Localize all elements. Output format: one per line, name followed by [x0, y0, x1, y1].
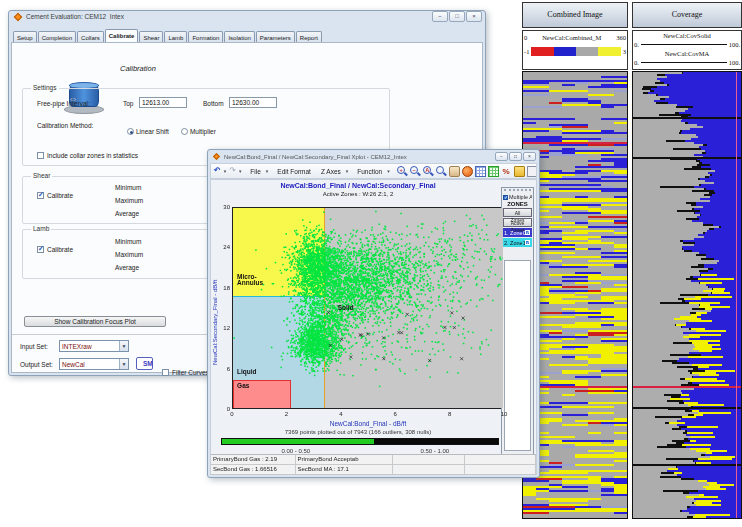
table-icon[interactable] — [488, 166, 499, 177]
undo-dropdown-icon[interactable]: ▼ — [223, 169, 227, 174]
close-button[interactable]: × — [466, 11, 482, 22]
dropdown-arrow-icon[interactable]: ▼ — [119, 359, 128, 369]
radio-circle[interactable] — [181, 128, 188, 135]
track-coverage-header[interactable]: Coverage — [632, 2, 742, 28]
zone-list: 1. Zone02. Zone1 — [502, 228, 533, 247]
pan-hand-icon[interactable] — [449, 166, 460, 177]
show-focus-plot-button[interactable]: Show Calibration Focus Plot — [24, 316, 166, 327]
scale-max: 100. — [729, 59, 740, 66]
coverage-data[interactable] — [632, 71, 742, 519]
y-tick: 18 — [216, 285, 230, 291]
scatter-canvas[interactable] — [233, 208, 504, 409]
close-button[interactable]: × — [523, 152, 536, 161]
tab-report[interactable]: Report — [296, 31, 322, 42]
stat-label: Average — [115, 264, 195, 271]
panel-grip[interactable] — [504, 189, 531, 192]
redo-icon[interactable]: ↷ — [229, 166, 236, 176]
filter-checkbox-box[interactable] — [162, 369, 169, 376]
mail-icon[interactable] — [527, 166, 537, 177]
lamb-calibrate-checkbox[interactable]: Calibrate — [37, 238, 73, 256]
dialog-window-buttons: −□× — [432, 11, 482, 22]
radio-label: Multiplier — [190, 128, 216, 135]
zone-item-checkbox[interactable] — [525, 240, 530, 245]
status-cell — [393, 465, 465, 474]
bottom-input[interactable]: 12630.00 — [229, 97, 277, 108]
tab-parameters[interactable]: Parameters — [256, 31, 295, 42]
xplot-titlebar[interactable]: NewCal:Bond_Final / NewCal:Secondary_Fin… — [208, 150, 539, 163]
active-zones-button[interactable]: Active Zones — [503, 218, 532, 227]
top-input[interactable]: 12613.00 — [139, 97, 187, 108]
output-set-label: Output Set: — [20, 361, 53, 368]
zoom-in-icon[interactable]: + — [397, 166, 408, 177]
xplot-window-buttons: −□× — [495, 152, 536, 161]
tab-formation[interactable]: Formation — [188, 31, 223, 42]
multiple-active-checkbox[interactable]: Multiple Acti — [502, 193, 533, 201]
scale-min: 0. — [634, 41, 639, 48]
menu-dropdown-icon[interactable]: ▼ — [345, 169, 349, 174]
zones-header: ZONES — [502, 201, 533, 207]
menu-file[interactable]: File — [248, 168, 262, 175]
tab-lamb[interactable]: Lamb — [164, 31, 187, 42]
track-coverage-legend: NewCal:CovSolid0.100.NewCal:CovMA0.100.N… — [632, 30, 742, 70]
zoom-area-icon[interactable]: A — [423, 166, 434, 177]
radio-linear-shift[interactable]: Linear Shift — [127, 120, 169, 137]
xplot-content: NewCal:Bond_Final / NewCal:Secondary_Fin… — [210, 179, 537, 475]
folder-icon[interactable] — [514, 166, 525, 177]
collar-checkbox[interactable]: Include collar zones in statistics — [37, 144, 138, 162]
maximize-button[interactable]: □ — [449, 11, 465, 22]
tab-isolation[interactable]: Isolation — [224, 31, 254, 42]
shear-calibrate-checkbox[interactable]: Calibrate — [37, 184, 73, 202]
y-axis-label: NewCal:Secondary_Final - dB/ft — [212, 280, 218, 365]
status-cell: PrimaryBond Acceptab — [296, 455, 394, 464]
output-set-value: NewCal — [60, 361, 119, 368]
dropdown-arrow-icon[interactable]: ▼ — [119, 341, 128, 351]
dialog-titlebar[interactable]: Cement Evaluation: CEM12_Intex −□× — [9, 11, 485, 22]
tab-shear[interactable]: Shear — [139, 31, 163, 42]
zone-item[interactable]: 1. Zone0 — [503, 228, 532, 237]
menu-z-axes[interactable]: Z Axes — [319, 168, 343, 175]
input-set-dropdown[interactable]: INTEXraw ▼ — [59, 340, 129, 352]
zone-item-label: 1. Zone0 — [504, 230, 525, 236]
tab-completion[interactable]: Completion — [38, 31, 76, 42]
zone-item[interactable]: 2. Zone1 — [503, 238, 532, 247]
minimize-button[interactable]: − — [495, 152, 508, 161]
lamb-calibrate-box[interactable] — [37, 246, 44, 253]
tab-collars[interactable]: Collars — [77, 31, 104, 42]
track-combined-header[interactable]: Combined Image — [522, 2, 628, 28]
zoom-out-icon[interactable]: − — [410, 166, 421, 177]
screen: Combined Image 0 NewCal:Combined_M 360 -… — [0, 0, 742, 527]
zoom-window-icon[interactable] — [436, 166, 447, 177]
tab-calibrate[interactable]: Calibrate — [105, 29, 139, 42]
percent-icon[interactable]: % — [501, 166, 512, 177]
menu-function[interactable]: Function — [355, 168, 384, 175]
dialog-title: Cement Evaluation: CEM12_Intex — [26, 13, 430, 20]
undo-icon[interactable]: ↶ — [214, 166, 221, 176]
plot-area[interactable]: Micro- AnnulusLiquidGasSolid — [232, 207, 504, 409]
magnifier-sign: + — [398, 165, 404, 176]
tab-setup[interactable]: Setup — [13, 31, 37, 42]
shear-calibrate-box[interactable] — [37, 192, 44, 199]
app-icon — [213, 153, 220, 160]
collar-checkbox-label: Include collar zones in statistics — [47, 152, 138, 159]
menu-dropdown-icon[interactable]: ▼ — [386, 169, 390, 174]
collar-checkbox-box[interactable] — [37, 152, 44, 159]
radio-circle[interactable] — [127, 128, 134, 135]
sm-button[interactable]: SM — [136, 357, 153, 370]
multiple-active-box[interactable] — [503, 195, 508, 200]
zone-item-checkbox[interactable] — [525, 230, 530, 235]
status-row: PrimaryBond Gas : 2.19PrimaryBond Accept… — [211, 455, 536, 465]
combined-colorbar — [531, 47, 620, 56]
grid-icon[interactable] — [475, 166, 486, 177]
web-globe-icon[interactable] — [462, 166, 473, 177]
colorbar-segment — [576, 47, 598, 56]
menu-edit-format[interactable]: Edit Format — [275, 168, 313, 175]
zone-listbox[interactable] — [504, 260, 531, 451]
redo-dropdown-icon[interactable]: ▼ — [238, 169, 242, 174]
maximize-button[interactable]: □ — [509, 152, 522, 161]
track-combined-legend: 0 NewCal:Combined_M 360 -1 3 — [522, 30, 628, 70]
all-zones-button[interactable]: All Zones — [503, 208, 532, 217]
minimize-button[interactable]: − — [432, 11, 448, 22]
output-set-dropdown[interactable]: NewCal ▼ — [59, 358, 129, 370]
menu-dropdown-icon[interactable]: ▼ — [265, 169, 269, 174]
radio-multiplier[interactable]: Multiplier — [181, 120, 216, 137]
